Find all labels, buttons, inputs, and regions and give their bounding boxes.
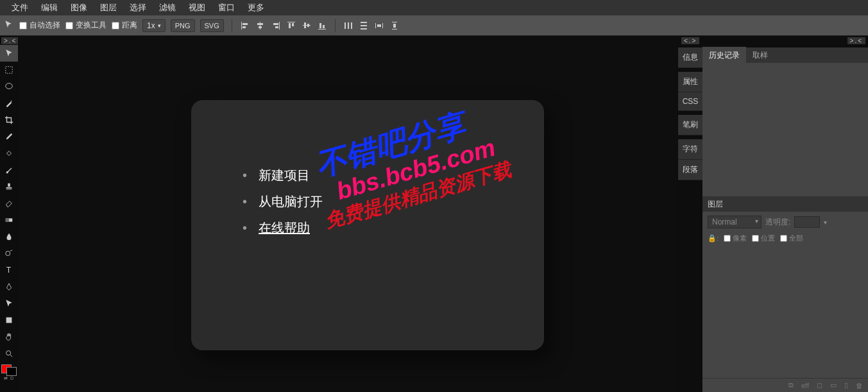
svg-rect-36	[6, 218, 9, 221]
brush-tool[interactable]	[0, 162, 18, 178]
zoom-tool[interactable]	[0, 345, 18, 362]
opacity-value[interactable]	[794, 216, 820, 228]
eraser-tool[interactable]	[0, 195, 18, 212]
link-layers-icon[interactable]: ⧉	[788, 381, 794, 389]
lock-position[interactable]: 位置	[752, 234, 775, 243]
menu-filter[interactable]: 滤镜	[153, 2, 182, 13]
tab-sample[interactable]: 取样	[746, 47, 774, 64]
options-bar: 自动选择 变换工具 距离 1x▾ PNG SVG	[0, 15, 868, 36]
transform-checkbox[interactable]: 变换工具	[65, 20, 106, 31]
welcome-new-project[interactable]: 新建项目	[243, 167, 493, 184]
shape-tool[interactable]	[0, 312, 18, 328]
type-tool[interactable]: T	[0, 262, 18, 278]
svg-rect-1	[243, 23, 248, 25]
blend-mode-select[interactable]: Normal	[708, 216, 762, 228]
vtab-paragraph[interactable]: 段落	[678, 160, 702, 180]
stamp-tool[interactable]	[0, 178, 18, 195]
svg-rect-24	[375, 23, 376, 28]
menu-file[interactable]: 文件	[5, 2, 35, 13]
align-center-v-icon[interactable]	[302, 21, 312, 31]
welcome-open-from-computer[interactable]: 从电脑打开	[243, 193, 493, 210]
distribute-v-icon[interactable]	[359, 21, 369, 31]
svg-rect-14	[307, 24, 309, 27]
svg-rect-28	[392, 29, 397, 30]
distance-checkbox[interactable]: 距离	[112, 20, 137, 31]
heal-tool[interactable]	[0, 145, 18, 162]
svg-rect-20	[351, 22, 352, 29]
wand-tool[interactable]	[0, 95, 18, 112]
svg-rect-27	[392, 22, 397, 22]
workspace: 新建项目 从电脑打开 在线帮助 不错吧分享 bbs.bcb5.com 免费提供精…	[18, 36, 677, 392]
export-svg-button[interactable]: SVG	[200, 19, 224, 32]
align-bottom-icon[interactable]	[317, 21, 327, 31]
svg-rect-10	[289, 23, 291, 28]
menu-image[interactable]: 图像	[64, 2, 94, 13]
gradient-tool[interactable]	[0, 212, 18, 228]
layers-title: 图层	[708, 199, 723, 210]
vtab-info[interactable]: 信息	[678, 47, 702, 68]
color-swatch[interactable]	[1, 364, 17, 376]
svg-rect-18	[345, 22, 346, 29]
path-select-tool[interactable]	[0, 295, 18, 312]
collapse-right[interactable]: >.<	[847, 37, 865, 44]
menu-layer[interactable]: 图层	[94, 2, 123, 13]
svg-rect-32	[8, 183, 10, 187]
auto-select-checkbox[interactable]: 自动选择	[19, 20, 60, 31]
chevron-down-icon[interactable]: ▾	[824, 219, 827, 226]
align-right-icon[interactable]	[271, 21, 281, 31]
marquee-tool[interactable]	[0, 62, 18, 78]
history-tabs: 历史记录 取样	[702, 47, 868, 63]
menu-edit[interactable]: 编辑	[35, 2, 64, 13]
export-png-button[interactable]: PNG	[171, 19, 195, 32]
collapse-mid[interactable]: <.>	[681, 37, 699, 44]
new-layer-icon[interactable]: ▯	[844, 381, 848, 389]
distribute-spacing-h-icon[interactable]	[374, 21, 384, 31]
move-tool[interactable]	[0, 45, 18, 62]
blur-tool[interactable]	[0, 228, 18, 245]
align-center-h-icon[interactable]	[255, 21, 266, 31]
history-body	[702, 63, 868, 196]
swatch-reset[interactable]: ⇄ D	[0, 376, 18, 381]
tab-history[interactable]: 历史记录	[702, 47, 746, 64]
align-top-icon[interactable]	[286, 21, 296, 31]
svg-rect-16	[319, 23, 321, 28]
svg-point-37	[6, 251, 10, 256]
dodge-tool[interactable]	[0, 245, 18, 262]
right-panel: 历史记录 取样 图层 Normal 透明度: ▾ 🔒: 像素 位置 全部 ⧉ e…	[702, 47, 868, 392]
svg-rect-6	[279, 22, 280, 30]
svg-rect-3	[260, 22, 260, 30]
welcome-online-help[interactable]: 在线帮助	[243, 219, 493, 237]
svg-rect-29	[393, 24, 396, 28]
background-color[interactable]	[6, 367, 17, 376]
vtab-brush[interactable]: 笔刷	[678, 115, 702, 135]
layer-locks: 🔒: 像素 位置 全部	[702, 232, 868, 244]
lasso-tool[interactable]	[0, 78, 18, 95]
lock-pixels[interactable]: 像素	[724, 234, 747, 243]
align-left-icon[interactable]	[240, 21, 250, 31]
svg-rect-7	[273, 23, 278, 25]
layers-footer: ⧉ eff ◻ ▭ ▯ 🗑	[702, 378, 868, 392]
distribute-h-icon[interactable]	[343, 21, 353, 31]
pen-tool[interactable]	[0, 278, 18, 295]
chevron-down-icon: ▾	[158, 22, 161, 29]
collapse-left[interactable]: >.<	[1, 37, 19, 44]
layer-fx-icon[interactable]: eff	[801, 382, 809, 389]
menu-select[interactable]: 选择	[123, 2, 153, 13]
vtab-character[interactable]: 字符	[678, 139, 702, 160]
vtab-properties[interactable]: 属性	[678, 72, 702, 92]
menu-view[interactable]: 视图	[182, 2, 212, 13]
hand-tool[interactable]	[0, 328, 18, 345]
new-folder-icon[interactable]: ▭	[830, 381, 837, 389]
crop-tool[interactable]	[0, 112, 18, 128]
distribute-spacing-v-icon[interactable]	[389, 21, 400, 31]
eyedropper-tool[interactable]	[0, 128, 18, 145]
lock-all[interactable]: 全部	[780, 234, 803, 243]
menu-window[interactable]: 窗口	[212, 2, 241, 13]
svg-point-31	[11, 101, 12, 102]
vtab-css[interactable]: CSS	[678, 92, 702, 111]
svg-rect-2	[243, 26, 246, 28]
layer-mask-icon[interactable]: ◻	[817, 381, 822, 389]
scale-select[interactable]: 1x▾	[142, 19, 166, 32]
delete-layer-icon[interactable]: 🗑	[856, 382, 863, 389]
menu-more[interactable]: 更多	[241, 2, 271, 13]
